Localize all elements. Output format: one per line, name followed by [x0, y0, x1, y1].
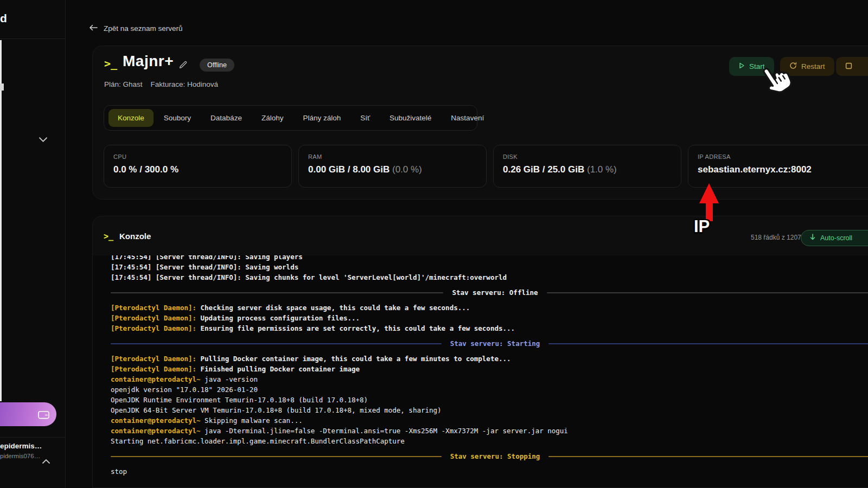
edit-name-pencil-icon[interactable]	[178, 60, 188, 72]
console-line: container@pterodactyl~ java -Dterminal.j…	[111, 426, 868, 436]
stat-label: DISK	[503, 153, 672, 160]
arrow-down-icon	[810, 234, 815, 242]
stat-value: 0.26 GiB / 25.0 GiB (1.0 %)	[503, 164, 672, 175]
stat-value: sebastian.eternyx.cz:8002	[698, 164, 866, 175]
console-line: [Pterodactyl Daemon]: Finished pulling D…	[111, 364, 868, 374]
tab-soubory[interactable]: Soubory	[155, 109, 200, 127]
divider-line	[111, 343, 442, 344]
console-line-prefix: [Pterodactyl Daemon]:	[111, 314, 196, 322]
tab-zalohy[interactable]: Zálohy	[252, 109, 293, 127]
console-line: openjdk version "17.0.18" 2026-01-20	[111, 384, 868, 395]
autoscroll-label: Auto-scroll	[820, 234, 852, 242]
divider-line	[548, 456, 868, 457]
stat-card-cpu: CPU0.0 % / 300.0 %	[104, 145, 292, 188]
server-header-card: >_ Majnr+ Offline Plán: Ghast Fakturace:…	[92, 46, 868, 200]
stat-label: IP ADRESA	[698, 153, 866, 160]
console-line: [Pterodactyl Daemon]: Checking server di…	[111, 303, 868, 313]
divider-line	[111, 456, 442, 457]
console-status-divider-offline: Stav serveru: Offline	[111, 287, 868, 298]
sidebar-divider	[0, 437, 65, 438]
console-line-prefix: [Pterodactyl Daemon]:	[111, 304, 196, 312]
console-line-prefix: [Pterodactyl Daemon]:	[111, 365, 196, 373]
console-line-prefix: container@pterodactyl~	[111, 427, 201, 435]
plan-label: Plán: Ghast	[104, 80, 143, 88]
back-arrow-icon	[89, 24, 98, 33]
back-link-label: Zpět na seznam serverů	[104, 24, 183, 33]
sidebar-edge-sliver	[0, 40, 2, 401]
server-panel-page: d epidermis… pidermis076… Zpět na seznam…	[0, 0, 868, 488]
logo-text-fragment: d	[0, 12, 7, 25]
tab-sit[interactable]: Síť	[351, 109, 379, 127]
stat-label: CPU	[113, 153, 282, 160]
console-line: [Pterodactyl Daemon]: Ensuring file perm…	[111, 323, 868, 333]
tab-nastaveni[interactable]: Nastavení	[442, 109, 493, 127]
server-name: Majnr+	[123, 53, 174, 70]
terminal-prompt-icon: >_	[104, 232, 113, 241]
stat-value: 0.0 % / 300.0 %	[113, 164, 282, 175]
annotation-ip-label: IP	[694, 217, 710, 236]
autoscroll-button[interactable]: Auto-scroll	[801, 230, 868, 246]
back-link[interactable]: Zpět na seznam serverů	[89, 24, 183, 33]
wallet-button[interactable]	[0, 402, 56, 426]
console-line: [17:45:54] [Server thread/INFO]: Saving …	[111, 272, 868, 282]
user-handle: pidermis076…	[0, 453, 40, 459]
chevron-up-icon[interactable]	[42, 456, 50, 460]
console-line-prefix: [Pterodactyl Daemon]:	[111, 324, 196, 332]
status-badge: Offline	[200, 59, 234, 72]
annotation-arrow-head	[699, 183, 719, 203]
restart-button-label: Restart	[801, 62, 825, 70]
sidebar-item-fragment	[0, 84, 4, 91]
console-status-divider-stopping: Stav serveru: Stopping	[111, 451, 868, 461]
stat-value-muted: (1.0 %)	[584, 164, 617, 175]
divider-line	[548, 343, 868, 344]
restart-icon	[789, 62, 797, 71]
stat-label: RAM	[308, 153, 477, 160]
console-line-prefix: container@pterodactyl~	[111, 375, 201, 383]
tab-plany-zaloh[interactable]: Plány záloh	[293, 109, 350, 127]
console-line: OpenJDK 64-Bit Server VM Temurin-17.0.18…	[111, 405, 868, 415]
tab-konzole[interactable]: Konzole	[108, 109, 154, 127]
sidebar: d epidermis… pidermis076…	[0, 0, 66, 488]
stat-value: 0.00 GiB / 8.00 GiB (0.0 %)	[308, 164, 477, 175]
divider-line	[111, 292, 443, 293]
console-line: stop	[111, 466, 868, 477]
console-line: [17:45:54] [Server thread/INFO]: Saving …	[111, 255, 868, 262]
play-icon	[738, 62, 745, 70]
stats-row: CPU0.0 % / 300.0 %RAM0.00 GiB / 8.00 GiB…	[104, 145, 868, 188]
plan-info-row: Plán: Ghast Fakturace: Hodinová	[104, 80, 218, 88]
console-title: Konzole	[119, 232, 151, 241]
user-name: epidermis…	[0, 442, 42, 450]
console-line-prefix: container@pterodactyl~	[111, 416, 201, 425]
console-status-divider-starting: Stav serveru: Starting	[111, 338, 868, 349]
stat-card-disk: DISK0.26 GiB / 25.0 GiB (1.0 %)	[493, 145, 681, 188]
sidebar-divider	[0, 38, 65, 39]
tab-subuzivatele[interactable]: Subuživatelé	[380, 109, 441, 127]
console-line-prefix: [Pterodactyl Daemon]:	[111, 355, 196, 363]
divider-status-text: Stav serveru: Offline	[452, 287, 538, 298]
console-line: [17:45:54] [Server thread/INFO]: Saving …	[111, 262, 868, 272]
tab-databaze[interactable]: Databáze	[201, 109, 251, 127]
terminal-prompt-icon: >_	[104, 57, 117, 70]
divider-line	[547, 292, 868, 293]
annotation-arrow-up	[699, 183, 719, 221]
console-line: OpenJDK Runtime Environment Temurin-17.0…	[111, 395, 868, 405]
chevron-down-icon[interactable]	[39, 134, 47, 139]
stat-card-ram: RAM0.00 GiB / 8.00 GiB (0.0 %)	[298, 145, 487, 188]
billing-label: Fakturace: Hodinová	[151, 80, 219, 88]
stop-button[interactable]	[836, 57, 868, 76]
tabs-bar: KonzoleSouboryDatabázeZálohyPlány zálohS…	[104, 105, 477, 131]
console-line-counter: 518 řádků z 1207	[751, 234, 801, 241]
console-card: >_ Konzole 518 řádků z 1207 Auto-scroll …	[92, 216, 868, 488]
console-line: [Pterodactyl Daemon]: Pulling Docker con…	[111, 354, 868, 364]
console-line: container@pterodactyl~ java -version	[111, 374, 868, 384]
stop-icon	[845, 62, 852, 71]
stat-card-ip-adresa: IP ADRESAsebastian.eternyx.cz:8002	[688, 145, 868, 188]
divider-status-text: Stav serveru: Stopping	[450, 451, 540, 461]
console-line: [Pterodactyl Daemon]: Updating process c…	[111, 313, 868, 323]
console-line: container@pterodactyl~ Skipping malware …	[111, 415, 868, 426]
console-output[interactable]: [17:45:54] [Server thread/INFO]: Saving …	[93, 255, 868, 488]
console-line: Starting net.fabricmc.loader.impl.game.m…	[111, 436, 868, 446]
divider-status-text: Stav serveru: Starting	[450, 338, 540, 349]
stat-value-muted: (0.0 %)	[390, 164, 422, 175]
